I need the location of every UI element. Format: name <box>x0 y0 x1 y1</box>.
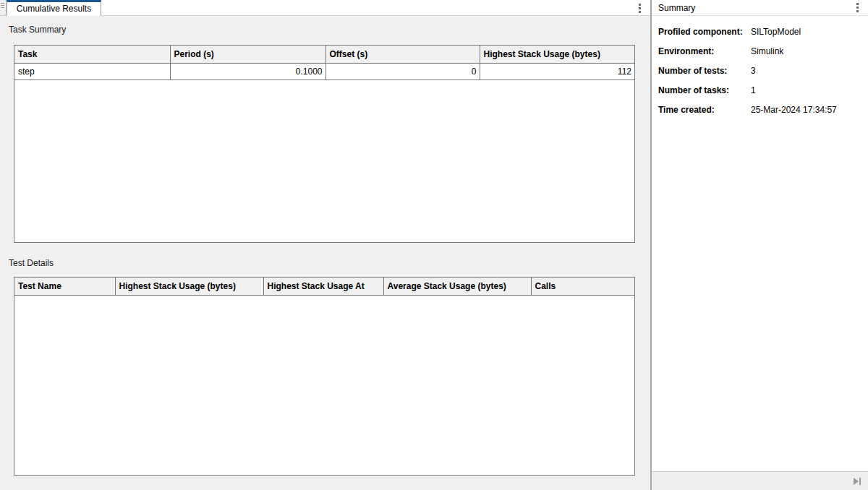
field-label: Environment: <box>658 46 714 56</box>
field-label: Profiled component: <box>658 27 743 37</box>
field-value: 1 <box>751 85 756 95</box>
kebab-menu-icon <box>856 2 859 13</box>
skip-to-end-icon <box>854 478 859 485</box>
collapse-panel-button[interactable] <box>852 476 862 486</box>
column-header-test-name: Test Name <box>14 278 115 295</box>
field-profiled-component: Profiled component: SILTopModel <box>652 22 868 41</box>
column-header-highest-stack-usage-bytes: Highest Stack Usage (bytes) <box>115 278 263 295</box>
column-header-task: Task <box>14 46 170 63</box>
summary-header: Summary <box>652 0 868 16</box>
skip-to-end-icon-bar <box>859 478 861 485</box>
tab-strip-spacer <box>101 0 629 15</box>
table-row-step[interactable]: step 0.1000 0 112 <box>14 63 634 79</box>
cumulative-results-panel: Cumulative Results Task Summary Task Per… <box>0 0 650 490</box>
panel-drag-handle[interactable] <box>0 0 7 16</box>
column-header-average-stack-usage: Average Stack Usage (bytes) <box>383 278 531 295</box>
test-details-header-row: Test Name Highest Stack Usage (bytes) Hi… <box>14 278 634 295</box>
field-number-of-tests: Number of tests: 3 <box>652 61 868 80</box>
cell-highest-stack-usage: 112 <box>480 63 634 79</box>
summary-title: Summary <box>658 3 846 13</box>
column-header-period: Period (s) <box>170 46 326 63</box>
column-header-highest-stack-usage: Highest Stack Usage (bytes) <box>480 46 634 63</box>
field-time-created: Time created: 25-Mar-2024 17:34:57 <box>652 100 868 119</box>
cell-offset: 0 <box>326 63 480 79</box>
field-value: SILTopModel <box>751 27 801 37</box>
field-label: Number of tests: <box>658 66 727 76</box>
summary-menu-button[interactable] <box>846 0 868 16</box>
column-header-offset: Offset (s) <box>326 46 480 63</box>
field-label: Time created: <box>658 105 715 115</box>
field-value: 3 <box>751 66 756 76</box>
profiler-results-window: Cumulative Results Task Summary Task Per… <box>0 0 868 490</box>
cell-period: 0.1000 <box>170 63 326 79</box>
task-summary-table: Task Period (s) Offset (s) Highest Stack… <box>14 45 635 243</box>
task-summary-title: Task Summary <box>9 25 66 35</box>
kebab-menu-icon <box>639 3 641 14</box>
field-value: 25-Mar-2024 17:34:57 <box>751 105 837 115</box>
test-details-title: Test Details <box>9 258 54 268</box>
test-details-table: Test Name Highest Stack Usage (bytes) Hi… <box>14 277 635 476</box>
summary-footer <box>652 471 868 490</box>
cell-task: step <box>14 63 170 79</box>
field-value: Simulink <box>751 46 783 56</box>
summary-panel: Summary Profiled component: SILTopModel … <box>652 0 868 490</box>
grip-icon <box>1 3 4 9</box>
field-environment: Environment: Simulink <box>652 41 868 61</box>
tab-label: Cumulative Results <box>17 4 91 14</box>
task-summary-header-row: Task Period (s) Offset (s) Highest Stack… <box>14 46 634 63</box>
left-panel-menu-button[interactable] <box>629 0 650 16</box>
tab-cumulative-results[interactable]: Cumulative Results <box>7 0 101 16</box>
summary-fields: Profiled component: SILTopModel Environm… <box>652 22 868 119</box>
field-number-of-tasks: Number of tasks: 1 <box>652 80 868 100</box>
tab-strip: Cumulative Results <box>0 0 650 16</box>
field-label: Number of tasks: <box>658 85 729 95</box>
column-header-calls: Calls <box>531 278 634 295</box>
column-header-highest-stack-usage-at: Highest Stack Usage At <box>263 278 383 295</box>
